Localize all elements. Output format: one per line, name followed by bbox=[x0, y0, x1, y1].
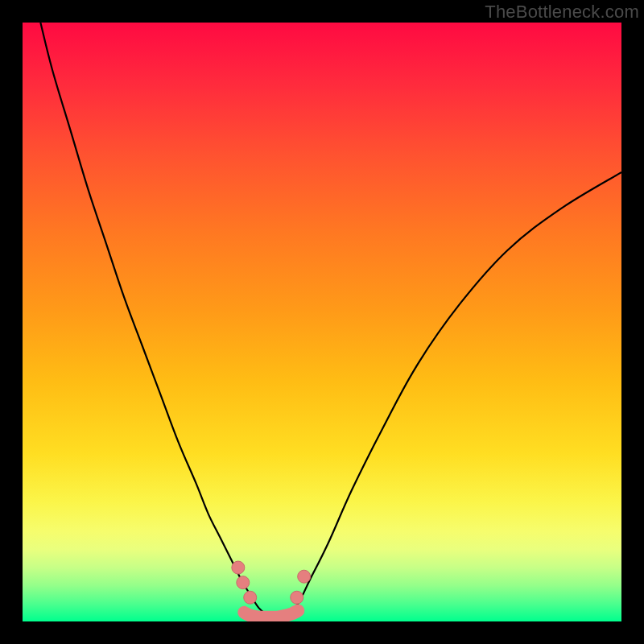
chart-root: TheBottleneck.com bbox=[0, 0, 644, 644]
curve-layer bbox=[23, 23, 621, 621]
marker-group bbox=[232, 561, 311, 604]
plot-area bbox=[23, 23, 621, 621]
marker-left-lower bbox=[244, 591, 257, 604]
right-curve bbox=[286, 172, 621, 616]
left-curve bbox=[40, 23, 268, 616]
marker-left-upper bbox=[232, 561, 245, 574]
watermark-text: TheBottleneck.com bbox=[485, 2, 639, 23]
marker-left-upper2 bbox=[237, 576, 250, 589]
marker-right-upper bbox=[298, 570, 311, 583]
marker-right-lower bbox=[291, 591, 303, 604]
floor-band bbox=[244, 611, 298, 617]
